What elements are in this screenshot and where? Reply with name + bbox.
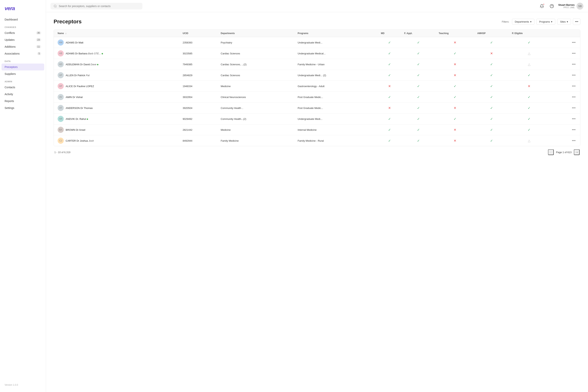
check-icon: ✓: [528, 41, 530, 44]
avatar: AP: [58, 72, 64, 78]
cell-md: ✓: [378, 48, 401, 59]
row-more-options-button[interactable]: •••: [570, 72, 577, 78]
cell-department: Medicine: [218, 124, 294, 135]
check-icon: ✓: [454, 84, 456, 88]
sidebar-item-conflicts[interactable]: Conflicts 35: [0, 30, 46, 36]
cell-program: Undergraduate Medi... (2): [294, 70, 378, 81]
col-ucid[interactable]: UCID: [180, 30, 218, 37]
row-more-options-button[interactable]: •••: [570, 94, 577, 100]
help-button[interactable]: [548, 3, 555, 10]
page-title: Preceptors: [54, 18, 82, 25]
sidebar-item-updates[interactable]: Updates 23: [0, 36, 46, 43]
row-more-options-button[interactable]: •••: [570, 127, 577, 133]
cell-md: ✓: [378, 37, 401, 48]
chevron-down-icon: ▾: [551, 20, 552, 23]
topbar-actions: Stuart Barnes PPST, UME SB: [538, 3, 584, 10]
col-p-eligible[interactable]: P. Eligible: [509, 30, 549, 37]
check-icon: ✓: [490, 41, 493, 44]
row-more-options-button[interactable]: •••: [570, 116, 577, 122]
cross-icon: ✕: [454, 62, 456, 66]
row-more-options-button[interactable]: •••: [570, 84, 577, 89]
cell-p-eligible: △: [509, 48, 549, 59]
filters-label: Filters:: [502, 20, 509, 23]
sidebar-item-dashboard[interactable]: Dashboard: [0, 16, 46, 23]
sidebar-item-activity[interactable]: Activity: [0, 91, 46, 98]
row-more-options-button[interactable]: •••: [570, 40, 577, 45]
conflicts-badge: 35: [36, 32, 41, 34]
check-icon: ✓: [490, 62, 493, 66]
row-more-options-button[interactable]: •••: [570, 138, 577, 144]
avatar: AP: [58, 83, 64, 89]
cell-teaching: ✕: [436, 70, 474, 81]
cell-md: ✓: [378, 59, 401, 70]
table-row: BA BROWN Dr Ansel 2821442 Medicine Inter…: [54, 124, 580, 135]
page-content: Preceptors Filters: Departments ▾ Progra…: [46, 12, 588, 392]
col-f-appt[interactable]: F. Appt.: [401, 30, 436, 37]
table-row: AB ADAMS Dr Barbara Barb STE... 3023585 …: [54, 48, 580, 59]
cell-department: Clinical Neurosciences: [218, 92, 294, 102]
chevron-down-icon: ▾: [530, 20, 532, 23]
programs-filter-button[interactable]: Programs ▾: [536, 19, 555, 25]
cell-name: AT ANDERSON Dr Thomas: [54, 102, 180, 114]
table-header-row: Name ↓ UCID Departments Programs MD F. A…: [54, 30, 580, 37]
cell-f-appt: ✓: [401, 37, 436, 48]
cell-f-appt: ✓: [401, 48, 436, 59]
col-teaching[interactable]: Teaching: [436, 30, 474, 37]
col-amhsp[interactable]: AMHSP: [474, 30, 509, 37]
cell-md: ✓: [378, 114, 401, 124]
cell-program: Undergraduate Medi...: [294, 114, 378, 124]
table-row: AT ANDERSON Dr Thomas 3920504 Community …: [54, 102, 580, 114]
sidebar-item-suppliers[interactable]: Suppliers: [0, 70, 46, 77]
check-icon: ✓: [417, 117, 420, 121]
cross-icon: ✕: [454, 106, 456, 110]
sidebar-item-reports[interactable]: Reports: [0, 98, 46, 104]
check-icon: ✓: [417, 62, 420, 66]
avatar: AB: [58, 50, 64, 56]
prev-page-button[interactable]: ←: [548, 149, 554, 155]
search-bar[interactable]: [50, 3, 142, 10]
pagination-nav: ← Page 1 of 613 →: [548, 149, 580, 155]
cell-name: AV AMIN Dr Vishal: [54, 92, 180, 102]
data-section-label: DATA: [0, 57, 46, 64]
next-page-button[interactable]: →: [574, 149, 580, 155]
row-more-options-button[interactable]: •••: [570, 62, 577, 67]
sidebar: vera Dashboard CHANGES Conflicts 35 Upda…: [0, 0, 46, 392]
cross-icon: ✕: [454, 139, 456, 142]
cell-program: Post Graduate Medic...: [294, 92, 378, 102]
col-name[interactable]: Name ↓: [54, 30, 180, 37]
more-filters-button[interactable]: •••: [573, 18, 580, 25]
table-row: AP ALICE Dr Pauline LOPEZ 1948334 Medici…: [54, 81, 580, 92]
cell-teaching: ✕: [436, 124, 474, 135]
sidebar-item-contacts[interactable]: Contacts: [0, 84, 46, 91]
col-departments[interactable]: Departments: [218, 30, 294, 37]
col-programs[interactable]: Programs: [294, 30, 378, 37]
row-more-options-button[interactable]: •••: [570, 105, 577, 111]
avatar: AV: [58, 94, 64, 100]
user-text: Stuart Barnes PPST, UME: [558, 4, 574, 8]
table-row: AP ALLEN Dr Patrick Pat 2854829 Cardiac …: [54, 70, 580, 81]
search-input[interactable]: [59, 4, 139, 8]
departments-filter-button[interactable]: Departments ▾: [512, 19, 534, 25]
avatar: CJ: [58, 138, 64, 144]
sites-filter-button[interactable]: Sites ▾: [557, 19, 571, 25]
search-icon: [54, 4, 57, 8]
sidebar-item-additions[interactable]: Additions 11: [0, 43, 46, 50]
sidebar-item-settings[interactable]: Settings: [0, 104, 46, 112]
check-icon: ✓: [417, 52, 420, 55]
row-more-options-button[interactable]: •••: [570, 51, 577, 56]
cell-ucid: 7949385: [180, 59, 218, 70]
cell-ucid: 1948334: [180, 81, 218, 92]
triangle-icon: △: [528, 139, 530, 142]
check-icon: ✓: [528, 95, 530, 99]
user-profile[interactable]: Stuart Barnes PPST, UME SB: [558, 3, 584, 10]
cell-more-options: •••: [549, 37, 580, 48]
cell-more-options: •••: [549, 59, 580, 70]
notifications-button[interactable]: [538, 3, 545, 10]
page-header: Preceptors Filters: Departments ▾ Progra…: [54, 18, 580, 25]
cell-ucid: 3920504: [180, 102, 218, 114]
cell-md: ✓: [378, 92, 401, 102]
sidebar-item-preceptors[interactable]: Preceptors: [2, 64, 44, 70]
col-md[interactable]: MD: [378, 30, 401, 37]
preceptors-table-wrapper: Name ↓ UCID Departments Programs MD F. A…: [54, 30, 580, 146]
sidebar-item-associations[interactable]: Associations 5: [0, 50, 46, 57]
